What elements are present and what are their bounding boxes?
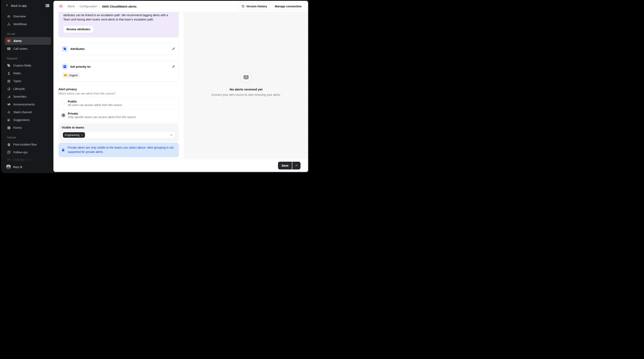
page-title: AWS CloudWatch alerts <box>102 5 136 8</box>
footer-bar: Save <box>54 159 308 172</box>
configuration-form: attributes can be linked to an escalatio… <box>54 12 184 159</box>
back-to-app-label: Back to app <box>11 4 27 7</box>
chevron-up-icon <box>295 164 298 167</box>
sidebar-item-types[interactable]: Types <box>5 77 51 85</box>
sidebar-item-workflows[interactable]: Workflows <box>5 20 51 28</box>
sidebar-item-severities[interactable]: Severities <box>5 93 51 100</box>
sidebar-item-call-routes[interactable]: ☎ Call routes <box>5 45 51 52</box>
promo-text: attributes can be linked to an escalatio… <box>63 13 174 22</box>
breadcrumb: Alerts › Configuration › AWS CloudWatch … <box>67 5 136 8</box>
public-option-label: Public <box>68 100 122 103</box>
slack-icon <box>7 110 11 114</box>
form-input-icon <box>7 126 11 130</box>
target-circles-icon <box>7 87 11 91</box>
sidebar-faded-item <box>2 156 54 163</box>
alerts-preview-panel: No alerts received yet Connect your aler… <box>184 12 308 159</box>
clipboard-icon <box>7 143 11 146</box>
manage-connection-button[interactable]: Manage connection <box>272 3 304 10</box>
priority-tile-icon <box>62 64 68 70</box>
sidebar-item-announcements[interactable]: Announcements <box>5 100 51 108</box>
sidebar-item-label: Roles <box>13 72 21 75</box>
bar-chart-icon <box>7 95 11 98</box>
sidebar-item-label: Post-incident flow <box>13 143 37 146</box>
sidebar-item-forms[interactable]: Forms <box>5 124 51 132</box>
breadcrumb-separator: › <box>77 5 78 8</box>
sidebar-item-post-incident-flow[interactable]: Post-incident flow <box>5 140 51 148</box>
attributes-card: Attributes <box>58 43 179 55</box>
private-option-label: Private <box>68 112 136 115</box>
main-panel: Alerts › Configuration › AWS CloudWatch … <box>54 1 308 172</box>
team-chip-label: Engineering <box>65 134 80 136</box>
alert-bubble-gray-icon <box>243 74 249 81</box>
manage-connection-label: Manage connection <box>275 5 302 8</box>
sidebar-item-suggestions[interactable]: Suggestions <box>5 116 51 124</box>
sidebar-toggle-icon[interactable] <box>46 4 49 7</box>
urgent-alert-icon <box>64 74 67 77</box>
sidebar-section-oncall: On-call <box>7 32 54 36</box>
avatar <box>6 165 11 169</box>
sidebar-item-roles[interactable]: Roles <box>5 70 51 77</box>
sidebar-item-overview[interactable]: Overview <box>5 12 51 20</box>
sidebar-item-label: Suggestions <box>13 118 30 122</box>
sidebar: Back to app Overview Workflows On-call <box>2 0 54 173</box>
teams-select[interactable]: Engineering <box>62 131 176 139</box>
sidebar-item-label: Custom fields <box>13 64 31 67</box>
review-attributes-button[interactable]: Review attributes <box>63 26 94 33</box>
user-menu[interactable]: Rory B <box>2 163 54 173</box>
sidebar-item-label: Severities <box>13 95 26 98</box>
sidebar-item-label: Alerts <box>13 39 22 42</box>
sidebar-section-respond: Respond <box>7 57 54 60</box>
megaphone-icon <box>7 102 11 106</box>
sidebar-item-label: Overview <box>13 15 26 18</box>
sidebar-item-label: Slack channel <box>13 110 32 114</box>
radio-private[interactable] <box>62 114 65 117</box>
team-chip-engineering: Engineering <box>63 132 85 138</box>
empty-state-dashed-box <box>240 72 252 83</box>
empty-state: No alerts received yet Connect your aler… <box>211 72 281 96</box>
save-options-button[interactable] <box>292 162 300 170</box>
sidebar-item-alerts[interactable]: Alerts <box>5 37 51 45</box>
privacy-option-public[interactable]: Public All users can access alerts from … <box>58 98 179 109</box>
sidebar-item-label: Lifecycle <box>13 87 25 90</box>
priority-value-badge: Urgent <box>62 72 80 78</box>
person-icon <box>7 72 11 75</box>
tag-tile-icon <box>62 46 68 52</box>
remove-team-icon[interactable] <box>81 134 83 136</box>
chevron-left-icon <box>6 4 8 8</box>
edit-priority-pencil-icon[interactable] <box>171 65 176 69</box>
save-button[interactable]: Save <box>278 162 292 170</box>
version-history-button[interactable]: Version history <box>238 3 270 10</box>
private-option-description: Only specific teams can access alerts fr… <box>68 116 136 119</box>
edit-attributes-pencil-icon[interactable] <box>171 47 176 51</box>
back-to-app-button[interactable]: Back to app <box>6 4 27 8</box>
chevron-down-icon <box>170 134 173 136</box>
attributes-card-title: Attributes <box>70 47 85 50</box>
sidebar-item-custom-fields[interactable]: Custom fields <box>5 62 51 70</box>
breadcrumb-alerts[interactable]: Alerts <box>67 5 75 8</box>
user-name: Rory B <box>13 166 22 169</box>
visible-to-teams-panel: Visible to teams Engineering <box>58 123 179 142</box>
radio-public[interactable] <box>62 102 65 105</box>
sidebar-item-follow-ups[interactable]: Follow-ups <box>5 148 51 156</box>
escalation-promo-banner: attributes can be linked to an escalatio… <box>58 12 179 38</box>
empty-state-title: No alerts received yet <box>230 88 262 91</box>
visible-to-teams-label: Visible to teams <box>62 126 176 129</box>
tag-icon <box>7 64 11 67</box>
history-clock-icon <box>241 5 244 8</box>
alert-privacy-subtitle: Which teams can see alerts from this sou… <box>58 92 179 95</box>
priority-value: Urgent <box>69 74 78 77</box>
app-window: Back to app Overview Workflows On-call <box>1 0 309 173</box>
grid-icon <box>7 79 11 83</box>
sidebar-item-label: Workflows <box>13 22 27 26</box>
sidebar-item-slack-channel[interactable]: Slack channel <box>5 108 51 116</box>
privacy-option-private[interactable]: Private Only specific teams can access a… <box>58 109 179 121</box>
breadcrumb-configuration[interactable]: Configuration <box>80 5 97 8</box>
sidebar-item-label: Call routes <box>13 47 28 50</box>
public-option-description: All users can access alerts from this so… <box>68 104 122 107</box>
alert-privacy-title: Alert privacy <box>58 88 179 91</box>
stack-arrow-icon <box>7 118 11 122</box>
priority-card: Set priority to: Urgent <box>58 60 179 82</box>
phone-icon: ☎ <box>7 47 11 50</box>
breadcrumb-separator: › <box>99 5 100 8</box>
sidebar-item-lifecycle[interactable]: Lifecycle <box>5 85 51 93</box>
